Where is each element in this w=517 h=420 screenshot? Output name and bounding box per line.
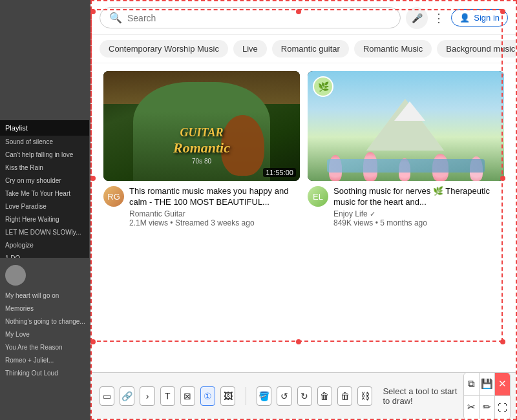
redo-button[interactable]: ↻: [297, 386, 312, 406]
chip-background-music[interactable]: Background music: [437, 40, 516, 58]
selection-handle-ml[interactable]: [90, 176, 96, 181]
playlist-item: Love Paradise: [0, 200, 89, 213]
video-thumbnail-1: GUITAR Romantic 70s 80 11:55:00: [103, 71, 300, 181]
video-card-2[interactable]: 🌿 EL Soothing music for nerves 🌿 Therape…: [304, 71, 508, 238]
toolbar-left: ▭ 🔗 › T ⊠ ① 🖼 🪣 ↺ ↻ 🗑 🗑 ⛓ Select a tool …: [100, 386, 463, 406]
playlist-item: 1 DO: [0, 252, 89, 258]
playlist-item: LET ME DOWN SLOWly...: [0, 226, 89, 239]
video-stats-1: 2.1M views • Streamed 3 weeks ago: [129, 218, 300, 227]
image-tool-button[interactable]: 🖼: [220, 386, 235, 406]
save-button[interactable]: 💾: [480, 373, 495, 396]
playlist-sidebar: Playlist Sound of silence Can't help fal…: [0, 120, 89, 258]
header-actions: ⋮ 👤 Sign in: [433, 9, 508, 26]
mic-icon: 🎤: [412, 13, 423, 23]
chip-live[interactable]: Live: [233, 40, 267, 58]
selection-handle-tm[interactable]: [296, 9, 301, 14]
chip-romantic-music[interactable]: Romantic Music: [354, 40, 432, 58]
badge-tool-button[interactable]: ①: [200, 386, 215, 406]
channel-name-1: Romantic Guitar: [129, 209, 300, 218]
filter-chips-row: Contemporary Worship Music Live Romantic…: [92, 35, 516, 63]
playlist-item: You Are the Reason: [0, 341, 90, 354]
avatar: [5, 265, 26, 286]
copy-frame-button[interactable]: ⧉: [464, 373, 480, 396]
header: 🔍 🎤 ⋮ 👤 Sign in: [92, 1, 516, 35]
scissor-button[interactable]: ✂: [464, 396, 480, 419]
mic-button[interactable]: 🎤: [406, 7, 428, 29]
video-info-1: This romantic music makes you happy and …: [129, 186, 300, 227]
search-icon: 🔍: [109, 12, 122, 24]
video-thumbnail-2: 🌿: [308, 71, 504, 181]
pen-button[interactable]: ✏: [480, 396, 495, 419]
search-bar[interactable]: 🔍: [100, 7, 401, 28]
right-bottom-row: ✂ ✏ ⛶: [464, 396, 510, 419]
playlist-item: My heart will go on: [0, 289, 90, 302]
fill-bucket-button[interactable]: 🪣: [257, 386, 271, 406]
video-meta-1: RG This romantic music makes you happy a…: [103, 186, 300, 227]
link-crop-button[interactable]: ⛓: [357, 386, 372, 406]
playlist-item: Right Here Waiting: [0, 213, 89, 226]
playlist-item: Can't help falling in love: [0, 149, 89, 162]
video-title-2: Soothing music for nerves 🌿 Therapeutic …: [333, 186, 504, 208]
channel-name-2: Enjoy Life ✓: [333, 209, 504, 218]
delete-button[interactable]: 🗑: [317, 386, 332, 406]
close-button[interactable]: ✕: [495, 373, 510, 396]
account-icon: 👤: [459, 13, 470, 23]
right-top-row: ⧉ 💾 ✕: [464, 373, 510, 396]
text-tool-button[interactable]: T: [160, 386, 175, 406]
playlist-item: Take Me To Your Heart: [0, 187, 89, 200]
chip-contemporary[interactable]: Contemporary Worship Music: [100, 40, 228, 58]
main-content: 🔍 🎤 ⋮ 👤 Sign in Contemporary Worship Mus…: [90, 0, 517, 420]
selection-handle-mr[interactable]: [500, 176, 505, 181]
sign-in-label: Sign in: [474, 13, 500, 23]
expand-button[interactable]: ⛶: [495, 396, 510, 419]
chip-romantic-guitar[interactable]: Romantic guitar: [272, 40, 349, 58]
selection-handle-tr[interactable]: [500, 9, 505, 14]
playlist-item: Thinking Out Loud: [0, 367, 90, 380]
selection-handle-tl[interactable]: [90, 9, 96, 14]
playlist-title: Playlist: [0, 120, 89, 136]
playlist-item: Kiss the Rain: [0, 162, 89, 174]
playlist-item: Romeo + Juliet...: [0, 354, 90, 367]
playlist-item: My Love: [0, 328, 90, 341]
crop-tool-button[interactable]: ⊠: [180, 386, 195, 406]
channel-avatar-1: RG: [103, 186, 124, 207]
undo-button[interactable]: ↺: [277, 386, 291, 406]
drawing-toolbar: ▭ 🔗 › T ⊠ ① 🖼 🪣 ↺ ↻ 🗑 🗑 ⛓ Select a tool …: [92, 372, 517, 419]
video-title-1: This romantic music makes you happy and …: [129, 186, 300, 208]
playlist-item: Nothing's going to change...: [0, 315, 90, 328]
sign-in-button[interactable]: 👤 Sign in: [451, 9, 508, 26]
toolbar-hint-label: Select a tool to start to draw!: [383, 386, 463, 406]
videos-grid: GUITAR Romantic 70s 80 11:55:00 RG This …: [92, 63, 516, 246]
video-meta-2: EL Soothing music for nerves 🌿 Therapeut…: [308, 186, 504, 227]
more-options-icon[interactable]: ⋮: [433, 11, 445, 25]
video-card-1[interactable]: GUITAR Romantic 70s 80 11:55:00 RG This …: [100, 71, 304, 238]
playlist-item: Cry on my shoulder: [0, 174, 89, 187]
selection-handle-br[interactable]: [500, 339, 505, 344]
verified-icon: ✓: [370, 210, 375, 218]
thumb1-subtitle: 70s 80: [103, 158, 300, 165]
channel-avatar-2: EL: [308, 186, 328, 207]
chevron-button[interactable]: ›: [140, 386, 154, 406]
playlist-item: Memories: [0, 302, 90, 315]
channel-logo-2: 🌿: [313, 76, 333, 97]
video-duration-1: 11:55:00: [263, 168, 296, 177]
toolbar-divider: [246, 387, 246, 405]
video-info-2: Soothing music for nerves 🌿 Therapeutic …: [333, 186, 504, 227]
trash-button[interactable]: 🗑: [337, 386, 352, 406]
selection-handle-bl[interactable]: [90, 339, 96, 344]
search-input[interactable]: [127, 13, 391, 23]
video-stats-2: 849K views • 5 months ago: [333, 218, 504, 227]
rect-tool-button[interactable]: ▭: [100, 386, 114, 406]
playlist-item: Sound of silence: [0, 136, 89, 149]
playlist-item: Apologize: [0, 239, 89, 252]
selection-handle-bm[interactable]: [296, 339, 301, 344]
toolbar-right-panel: ⧉ 💾 ✕ ✂ ✏ ⛶: [463, 372, 511, 420]
link-tool-button[interactable]: 🔗: [120, 386, 134, 406]
